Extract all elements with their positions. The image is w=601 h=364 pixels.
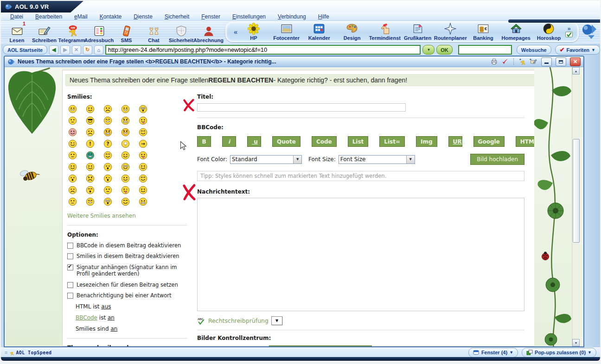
smiley-smile-icon[interactable] xyxy=(86,105,95,113)
toolbar-item[interactable]: Abrechnung xyxy=(195,22,222,43)
option-row[interactable]: Benachrichtigung bei einer Antwort xyxy=(67,292,187,299)
smiley-tongue-icon[interactable] xyxy=(139,151,147,160)
toolbar-settings-check-icon[interactable] xyxy=(565,31,573,38)
forward-button[interactable]: ▶ xyxy=(60,45,70,55)
back-button[interactable]: ◀ xyxy=(49,45,58,55)
menu-item[interactable]: Hilfe xyxy=(318,13,329,20)
ok-button[interactable]: OK xyxy=(436,45,453,55)
windows-button[interactable]: Fenster (4) ▼ xyxy=(468,348,518,358)
toolbar-item[interactable]: Homepages xyxy=(503,23,529,41)
spellcheck-link[interactable]: Rechtschreibprüfung xyxy=(208,317,269,324)
html-status-link[interactable]: aus xyxy=(101,303,111,310)
checkbox[interactable] xyxy=(67,253,73,259)
scroll-down-button[interactable]: ▼ xyxy=(572,339,580,346)
upload-images-button[interactable]: Bilder hochladen xyxy=(269,345,372,346)
url-input[interactable] xyxy=(105,45,421,55)
smiley-sneeze-icon[interactable] xyxy=(68,174,77,183)
checkbox[interactable] xyxy=(67,293,73,299)
smiley-sad-icon[interactable] xyxy=(103,105,112,113)
websearch-button[interactable]: Websuche xyxy=(517,45,551,55)
toolbar-item[interactable]: € Banking xyxy=(470,23,496,41)
smiley-sick-icon[interactable] xyxy=(103,163,112,171)
toolbar-item[interactable]: AIM Telegramm xyxy=(58,22,85,43)
smiley-speechless-icon[interactable] xyxy=(68,116,77,125)
toolbar-item[interactable]: Design xyxy=(339,23,365,41)
smiley-wink-icon[interactable] xyxy=(68,139,77,148)
smiley-liar-icon[interactable] xyxy=(68,163,77,171)
toolbar-item[interactable]: Horoskop xyxy=(536,23,562,41)
smiley-oops-icon[interactable] xyxy=(121,163,130,171)
menu-item[interactable]: Datei xyxy=(10,13,23,20)
maximize-button[interactable] xyxy=(556,57,566,66)
close-button[interactable]: ✕ xyxy=(570,57,581,66)
stop-button[interactable]: ✕ xyxy=(72,45,81,55)
spellcheck-dropdown-button[interactable]: ▼ xyxy=(271,316,282,325)
menu-item[interactable]: Bearbeiten xyxy=(35,13,62,20)
smiley-cry-icon[interactable] xyxy=(86,128,95,137)
smiley-doh-icon[interactable] xyxy=(121,151,130,160)
message-textarea[interactable] xyxy=(197,198,524,311)
font-size-select[interactable]: Font Size▼ xyxy=(339,155,415,164)
smiley-smirk-icon[interactable] xyxy=(139,163,147,171)
smiley-giggle-icon[interactable] xyxy=(103,151,112,160)
write-mail-icon[interactable]: + xyxy=(529,58,537,65)
smiley-angry-icon[interactable] xyxy=(86,174,95,183)
menu-item[interactable]: Dienste xyxy=(134,13,153,20)
smiley-arrow-icon[interactable]: → xyxy=(139,139,147,148)
scrollbar-thumb[interactable] xyxy=(573,139,580,243)
collapse-right-icon[interactable]: » xyxy=(567,26,570,31)
option-row[interactable]: BBCode in diesem Beitrag deaktivieren xyxy=(67,242,187,249)
font-color-select[interactable]: Standard▼ xyxy=(230,155,302,164)
smilies-status-link[interactable]: an xyxy=(110,326,117,332)
title-input[interactable] xyxy=(197,103,406,112)
smiley-rolleyes-icon[interactable] xyxy=(139,128,147,137)
reload-button[interactable]: ↻ xyxy=(83,45,92,55)
smiley-razz-icon[interactable] xyxy=(139,116,147,125)
smiley-drunk-icon[interactable] xyxy=(86,186,95,195)
bbcode-button[interactable]: URL xyxy=(448,136,462,147)
option-row[interactable]: Smilies in diesem Beitrag deaktivieren xyxy=(67,253,187,259)
menu-item[interactable]: Kontakte xyxy=(100,13,121,20)
smiley-shh-icon[interactable] xyxy=(103,186,112,195)
menu-item[interactable]: eMail xyxy=(74,13,88,20)
smiley-bigteeth-icon[interactable] xyxy=(139,197,147,206)
smiley-drink-icon[interactable] xyxy=(103,174,112,183)
home-button[interactable]: ⌂ xyxy=(94,45,103,55)
aol-home-button[interactable]: AOL Startseite xyxy=(3,45,47,55)
favorite-heart-icon[interactable] xyxy=(501,58,509,65)
smiley-wave-icon[interactable] xyxy=(139,174,147,183)
bbcode-link[interactable]: BBCode xyxy=(76,314,97,321)
checkbox[interactable] xyxy=(67,243,73,249)
bbcode-status-link[interactable]: an xyxy=(108,314,115,321)
smiley-idea-icon[interactable] xyxy=(121,139,130,148)
favorites-button[interactable]: ✔ Favoriten ▼ xyxy=(555,45,600,55)
smiley-neutral-icon[interactable] xyxy=(68,151,77,160)
option-row[interactable]: ✔ Signatur anhängen (Signatur kann im Pr… xyxy=(67,264,187,277)
menu-item[interactable]: Einstellungen xyxy=(232,13,266,20)
checkbox[interactable] xyxy=(67,282,73,288)
smiley-happy-icon[interactable] xyxy=(121,174,130,183)
collapse-left-icon[interactable]: « xyxy=(234,28,237,36)
bbcode-button[interactable]: Img xyxy=(416,136,437,147)
smiley-redface-icon[interactable] xyxy=(68,128,77,137)
bbcode-button[interactable]: B xyxy=(197,136,211,147)
smiley-barf-icon[interactable] xyxy=(68,186,77,195)
smiley-silly-icon[interactable] xyxy=(121,186,130,195)
checkbox[interactable]: ✔ xyxy=(67,264,73,270)
smiley-group-icon[interactable] xyxy=(139,186,147,195)
smiley-lol-icon[interactable] xyxy=(103,116,112,125)
minimize-button[interactable] xyxy=(541,57,552,66)
smiley-bigsmile-icon[interactable] xyxy=(121,105,130,113)
toolbar-item[interactable]: Schreiben xyxy=(31,22,58,43)
smiley-grin-icon[interactable] xyxy=(68,105,77,113)
smiley-gasp-icon[interactable] xyxy=(103,197,112,206)
smiley-think-icon[interactable] xyxy=(86,163,95,171)
smiley-rofl-icon[interactable] xyxy=(86,197,95,206)
toolbar-item[interactable]: 1 Lesen xyxy=(4,22,30,43)
smiley-cool-icon[interactable] xyxy=(86,116,95,125)
toolbar-item[interactable]: Kalender xyxy=(306,23,332,41)
bbcode-button[interactable]: Google xyxy=(473,136,505,147)
toolbar-item[interactable]: Routenplaner xyxy=(437,23,464,41)
option-row[interactable]: Lesezeichen für diesen Beitrag setzen xyxy=(67,282,187,288)
smiley-mad-icon[interactable] xyxy=(121,116,130,125)
